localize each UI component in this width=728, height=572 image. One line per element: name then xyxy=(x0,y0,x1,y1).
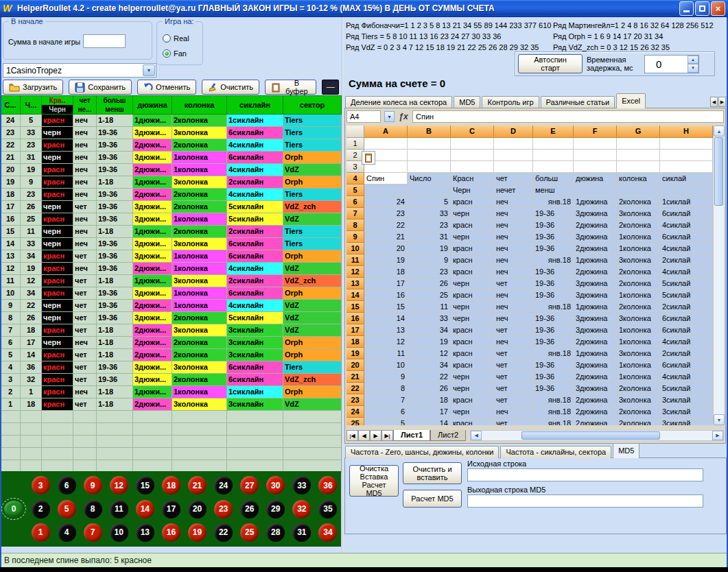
excel-col-header-F[interactable]: F xyxy=(574,126,617,138)
excel-cell[interactable]: 23 xyxy=(364,208,408,219)
excel-cell[interactable]: 21 xyxy=(364,231,408,243)
excel-cell[interactable]: 20 xyxy=(364,243,408,254)
excel-row-header-24[interactable]: 24 xyxy=(347,406,364,418)
excel-cell[interactable] xyxy=(451,138,494,150)
combo-dropdown-icon[interactable]: ▼ xyxy=(143,64,155,76)
excel-cell[interactable]: 26 xyxy=(408,278,451,289)
excel-cell[interactable]: 1дюжина xyxy=(574,196,617,208)
spinner-down-icon[interactable]: ▼ xyxy=(688,64,698,73)
excel-cell[interactable]: черн xyxy=(451,231,494,243)
paste-options-icon[interactable] xyxy=(362,151,375,165)
excel-cell[interactable]: 2дюжина xyxy=(574,371,617,383)
excel-cell[interactable]: 19-36 xyxy=(533,359,574,371)
autospin-start-button[interactable]: Автоспин старт xyxy=(518,54,583,73)
excel-cell[interactable]: 34 xyxy=(408,359,451,371)
excel-cell[interactable]: черн xyxy=(451,208,494,219)
excel-cell[interactable] xyxy=(408,138,451,150)
undo-button[interactable]: Отменить xyxy=(137,80,196,95)
excel-cell[interactable]: янв.18 xyxy=(533,254,574,266)
board-number-1[interactable]: 1 xyxy=(32,523,50,542)
excel-row-header-11[interactable]: 11 xyxy=(347,254,364,266)
board-number-2[interactable]: 2 xyxy=(32,500,50,519)
excel-cell[interactable]: 15 xyxy=(364,301,408,313)
board-number-13[interactable]: 13 xyxy=(136,523,154,542)
excel-cell[interactable]: 3колонка xyxy=(617,313,660,324)
excel-cell[interactable]: Спин xyxy=(364,173,408,184)
excel-cell[interactable]: неч xyxy=(494,231,533,243)
excel-horizontal-scrollbar[interactable]: ◀ ▶ xyxy=(470,430,724,441)
sheet-nav-prev-icon[interactable]: ◀ xyxy=(358,430,370,441)
excel-cell[interactable] xyxy=(494,150,533,161)
excel-cell[interactable]: 22 xyxy=(364,219,408,231)
main-tab-3[interactable]: Контроль игр xyxy=(482,96,539,108)
excel-cell[interactable]: 19 xyxy=(408,243,451,254)
excel-cell[interactable]: Красн xyxy=(451,173,494,184)
board-number-26[interactable]: 26 xyxy=(240,500,259,519)
excel-cell[interactable]: 23 xyxy=(408,266,451,278)
excel-cell[interactable] xyxy=(494,161,533,173)
collapse-button[interactable]: — xyxy=(322,80,339,95)
excel-cell[interactable]: 6 xyxy=(364,406,408,418)
excel-row-header-25[interactable]: 25 xyxy=(347,418,364,425)
excel-row-header-15[interactable]: 15 xyxy=(347,301,364,313)
excel-cell[interactable]: 3дюжина xyxy=(574,278,617,289)
excel-col-header-E[interactable]: E xyxy=(533,126,574,138)
excel-cell[interactable]: 2колонка xyxy=(617,418,660,425)
excel-cell[interactable]: менш xyxy=(533,184,574,196)
excel-cell[interactable]: красн xyxy=(451,324,494,336)
main-tab-1[interactable]: Деление колеса на сектора xyxy=(345,96,452,108)
excel-cell[interactable] xyxy=(617,161,660,173)
board-number-32[interactable]: 32 xyxy=(292,500,311,519)
excel-cell[interactable]: янв.18 xyxy=(533,394,574,406)
excel-cell[interactable]: янв.18 xyxy=(533,196,574,208)
board-number-24[interactable]: 24 xyxy=(214,476,233,494)
excel-cell[interactable] xyxy=(408,161,451,173)
excel-cell[interactable]: чет xyxy=(494,359,533,371)
board-number-28[interactable]: 28 xyxy=(266,523,285,542)
excel-cell[interactable]: 6сиклай xyxy=(660,359,713,371)
excel-cell[interactable]: 17 xyxy=(364,278,408,289)
excel-cell[interactable]: 7 xyxy=(364,394,408,406)
excel-cell[interactable]: 2дюжина xyxy=(574,266,617,278)
excel-cell[interactable] xyxy=(660,138,713,150)
excel-cell[interactable]: 24 xyxy=(364,196,408,208)
excel-cell[interactable]: 9 xyxy=(408,254,451,266)
excel-cell[interactable]: янв.18 xyxy=(533,418,574,425)
excel-cell[interactable]: 5 xyxy=(408,196,451,208)
scroll-left-icon[interactable]: ◀ xyxy=(471,431,482,440)
excel-cell[interactable]: 3колонка xyxy=(617,208,660,219)
excel-cell[interactable]: неч xyxy=(494,313,533,324)
excel-cell[interactable]: 17 xyxy=(408,406,451,418)
delay-spinner[interactable]: 0 ▲ ▼ xyxy=(644,55,699,73)
excel-cell[interactable] xyxy=(533,138,574,150)
board-number-16[interactable]: 16 xyxy=(162,523,180,542)
excel-cell[interactable]: 3дюжина xyxy=(574,383,617,394)
excel-cell[interactable]: 1колонка xyxy=(617,243,660,254)
board-number-6[interactable]: 6 xyxy=(58,476,76,494)
excel-cell[interactable] xyxy=(574,184,617,196)
excel-cell[interactable]: 19-36 xyxy=(533,289,574,301)
excel-cell[interactable]: 13 xyxy=(364,324,408,336)
excel-cell[interactable]: красн xyxy=(451,243,494,254)
maximize-button[interactable] xyxy=(695,1,709,16)
excel-cell[interactable]: 3дюжина xyxy=(574,208,617,219)
frequency-tab-1[interactable]: Частота - Zero, шансы, дюжины, колонки xyxy=(345,446,499,458)
board-number-23[interactable]: 23 xyxy=(214,500,233,519)
excel-cell[interactable]: 10 xyxy=(364,359,408,371)
excel-cell[interactable]: 6сиклай xyxy=(660,313,713,324)
excel-cell[interactable]: 4сиклай xyxy=(660,219,713,231)
excel-cell[interactable]: чет xyxy=(494,418,533,425)
excel-cell[interactable]: 5 xyxy=(364,418,408,425)
excel-cell[interactable]: 1колонка xyxy=(617,231,660,243)
excel-cell[interactable]: 14 xyxy=(364,313,408,324)
board-number-8[interactable]: 8 xyxy=(84,500,102,519)
excel-cell[interactable]: 4сиклай xyxy=(660,371,713,383)
excel-cell[interactable]: неч xyxy=(494,289,533,301)
excel-cell[interactable] xyxy=(364,184,408,196)
frequency-tab-3[interactable]: MD5 xyxy=(613,443,639,458)
excel-cell[interactable]: 6сиклай xyxy=(660,324,713,336)
excel-cell[interactable]: красн xyxy=(451,359,494,371)
excel-row-header-10[interactable]: 10 xyxy=(347,243,364,254)
excel-cell[interactable]: 1дюжина xyxy=(574,301,617,313)
excel-cell[interactable]: 2дюжина xyxy=(574,406,617,418)
